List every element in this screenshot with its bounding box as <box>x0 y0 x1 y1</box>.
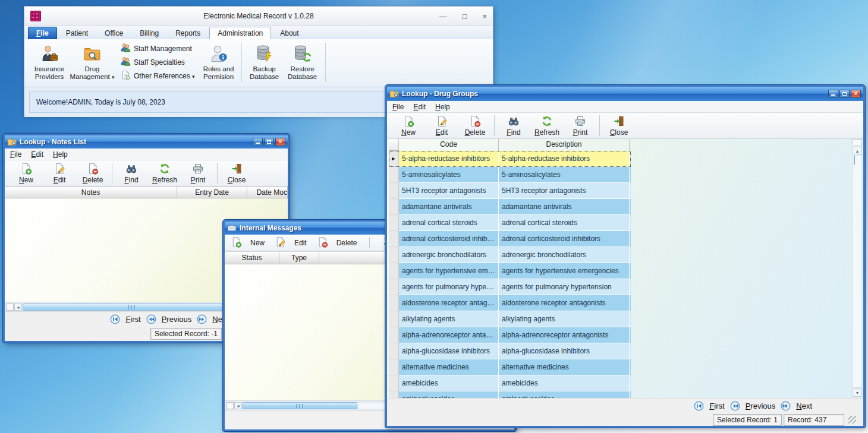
resize-grip[interactable] <box>848 416 856 423</box>
minimize-icon[interactable] <box>253 138 263 146</box>
nav-previous-icon[interactable] <box>146 314 156 324</box>
nav-previous-label[interactable]: Previous <box>162 315 192 324</box>
close-icon[interactable]: × <box>482 12 487 21</box>
nav-previous-icon[interactable] <box>730 401 740 411</box>
table-row[interactable]: alpha-glucosidase inhibitorsalpha-glucos… <box>389 343 631 359</box>
refresh-button[interactable]: Refresh <box>530 115 564 137</box>
nav-next-label[interactable]: Next <box>796 402 812 410</box>
menu-file[interactable]: File <box>392 103 404 111</box>
table-row[interactable]: agents for pulmonary hypertensionagents … <box>389 279 631 295</box>
find-button[interactable]: Find <box>497 115 530 137</box>
staff-specialties-button[interactable]: Staff Specialties <box>121 56 195 68</box>
find-label: Find <box>507 129 520 137</box>
nav-previous-label[interactable]: Previous <box>746 402 776 410</box>
table-row[interactable]: adrenal cortical steroidsadrenal cortica… <box>389 215 631 231</box>
table-row[interactable]: aldosterone receptor antagonistsaldoster… <box>389 295 631 311</box>
scroll-left-icon[interactable]: ◂ <box>234 402 242 409</box>
column-header-date-modified[interactable]: Date Moc <box>247 187 288 198</box>
maximize-icon[interactable]: □ <box>463 12 467 21</box>
maximize-icon[interactable] <box>839 90 850 98</box>
tab-administration[interactable]: Administration <box>209 27 271 39</box>
table-row[interactable]: adamantane antiviralsadamantane antivira… <box>389 199 631 215</box>
close-icon[interactable]: × <box>851 90 861 98</box>
new-button[interactable]: New <box>231 236 265 249</box>
scroll-down-icon[interactable]: ▾ <box>853 388 862 397</box>
tab-billing[interactable]: Billing <box>132 27 166 39</box>
scrollbar-box[interactable] <box>226 402 234 409</box>
column-header-code[interactable]: Code <box>399 139 499 151</box>
nav-next-icon[interactable] <box>781 401 791 411</box>
new-button[interactable]: New <box>392 115 425 137</box>
table-row[interactable]: agents for hypertensive emergenciesagent… <box>389 263 631 279</box>
roles-permission-button[interactable]: Roles and Permision <box>200 44 238 81</box>
find-button[interactable]: Find <box>115 163 148 184</box>
tab-patient[interactable]: Patient <box>58 27 96 39</box>
menu-help[interactable]: Help <box>435 103 450 111</box>
scrollbar-box[interactable] <box>853 139 862 146</box>
menu-file[interactable]: File <box>10 150 21 159</box>
close-button[interactable]: Close <box>602 115 636 137</box>
scroll-up-icon[interactable]: ▴ <box>853 147 862 155</box>
table-row[interactable]: aminoglycosidesaminoglycosides <box>389 391 631 398</box>
nav-first-label[interactable]: First <box>125 315 140 324</box>
table-row[interactable]: alternative medicinesalternative medicin… <box>389 359 631 375</box>
column-header-entry-date[interactable]: Entry Date <box>177 187 247 198</box>
print-button[interactable]: Print <box>564 115 597 137</box>
table-row[interactable]: 5-aminosalicylates5-aminosalicylates <box>389 167 631 183</box>
other-references-button[interactable]: Other References ▾ <box>121 70 195 82</box>
scrollbar-track[interactable] <box>853 156 862 388</box>
menu-edit[interactable]: Edit <box>413 103 426 111</box>
table-row[interactable]: adrenal corticosteroid inhibitorsadrenal… <box>389 231 631 247</box>
column-header-status[interactable]: Status <box>225 252 279 264</box>
delete-button[interactable]: Delete <box>317 236 357 249</box>
nav-first-icon[interactable] <box>110 314 120 324</box>
table-row[interactable]: adrenergic bronchodilatorsadrenergic bro… <box>389 247 631 263</box>
table-row[interactable]: alkylating agentsalkylating agents <box>389 311 631 327</box>
staff-management-button[interactable]: Staff Management <box>121 43 195 55</box>
drug-titlebar[interactable]: Lookup - Drug Groups × <box>387 87 863 101</box>
backup-database-button[interactable]: Backup Database <box>246 44 284 81</box>
scrollbar-box[interactable] <box>6 304 14 311</box>
scroll-left-icon[interactable]: ◂ <box>14 304 22 311</box>
table-row[interactable]: 5HT3 receptor antagonists5HT3 receptor a… <box>389 183 631 199</box>
drug-management-button[interactable]: Drug Management ▾ <box>68 44 116 81</box>
new-button[interactable]: New <box>10 163 43 184</box>
scrollbar-thumb[interactable] <box>854 156 855 165</box>
nav-first-icon[interactable] <box>694 401 704 411</box>
insurance-providers-button[interactable]: Insurance Providers <box>30 44 68 81</box>
staff-specialties-icon <box>121 56 131 68</box>
table-row[interactable]: amebicidesamebicides <box>389 375 631 391</box>
print-button[interactable]: Print <box>181 163 215 184</box>
close-button[interactable]: Close <box>220 163 253 184</box>
column-header-notes[interactable]: Notes <box>5 187 177 198</box>
column-header-description[interactable]: Description <box>499 139 630 151</box>
scrollbar-thumb[interactable] <box>243 402 357 409</box>
tab-about[interactable]: About <box>272 27 306 39</box>
notes-titlebar[interactable]: Lookup - Notes List × <box>5 135 288 148</box>
nav-first-label[interactable]: First <box>709 402 724 410</box>
maximize-icon[interactable] <box>264 138 274 146</box>
edit-button[interactable]: Edit <box>425 115 458 137</box>
table-row-selected[interactable]: ►5-alpha-reductase inhibitors5-alpha-red… <box>389 151 631 167</box>
table-row[interactable]: alpha-adrenoreceptor antagonistsalpha-ad… <box>389 327 631 343</box>
scrollbar-thumb[interactable] <box>23 304 241 311</box>
edit-button[interactable]: Edit <box>43 163 76 184</box>
delete-button[interactable]: Delete <box>458 115 492 137</box>
tab-reports[interactable]: Reports <box>168 27 208 39</box>
delete-button[interactable]: Delete <box>76 163 109 184</box>
column-header-type[interactable]: Type <box>279 252 319 264</box>
restore-database-button[interactable]: Restore Database <box>284 44 322 81</box>
drug-vertical-scrollbar[interactable]: ▴ ▾ <box>853 139 862 397</box>
refresh-button[interactable]: Refresh <box>148 163 181 184</box>
close-icon[interactable]: × <box>275 138 285 146</box>
menu-edit[interactable]: Edit <box>31 150 43 159</box>
menu-help[interactable]: Help <box>53 150 68 159</box>
tab-office[interactable]: Office <box>97 27 131 39</box>
minimize-icon[interactable] <box>828 90 838 98</box>
delete-icon <box>87 163 99 176</box>
nav-next-icon[interactable] <box>197 314 207 324</box>
edit-button[interactable]: Edit <box>275 236 307 249</box>
main-titlebar[interactable]: Electronic Medical Record v 1.0.28 — □ × <box>24 7 493 26</box>
minimize-icon[interactable]: — <box>439 12 447 21</box>
tab-file[interactable]: File <box>28 27 57 39</box>
